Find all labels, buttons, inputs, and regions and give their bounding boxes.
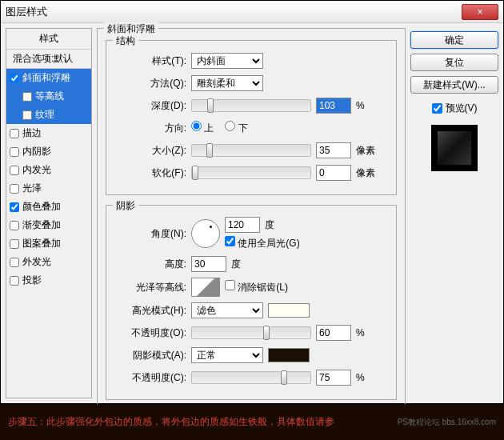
hilite-color-swatch[interactable] (268, 303, 310, 318)
style-item[interactable]: 等高线 (6, 87, 91, 106)
style-item-checkbox[interactable] (22, 110, 32, 120)
style-item-label: 图案叠加 (22, 237, 61, 250)
technique-select[interactable]: 雕刻柔和 (191, 75, 263, 91)
style-item-label: 内发光 (22, 163, 51, 177)
shadow-mode-label: 阴影模式(A): (114, 349, 186, 362)
dir-up-radio[interactable]: 上 (191, 121, 214, 135)
style-label: 样式(T): (114, 54, 186, 68)
style-item-checkbox[interactable] (10, 166, 19, 175)
style-item-label: 颜色叠加 (22, 200, 61, 214)
style-item[interactable]: 颜色叠加 (6, 198, 91, 216)
depth-input[interactable] (316, 98, 351, 114)
style-item-checkbox[interactable] (10, 221, 19, 230)
size-slider[interactable] (191, 144, 311, 157)
shadow-mode-select[interactable]: 正常 (191, 347, 263, 363)
style-item-label: 投影 (22, 274, 42, 287)
style-item-checkbox[interactable] (10, 239, 19, 249)
depth-slider[interactable] (191, 99, 311, 112)
global-light-checkbox[interactable]: 使用全局光(G) (225, 236, 300, 250)
style-item[interactable]: 斜面和浮雕 (6, 69, 91, 87)
style-item-label: 渐变叠加 (22, 218, 61, 232)
gloss-label: 光泽等高线: (114, 281, 186, 294)
style-item[interactable]: 内阴影 (6, 142, 91, 161)
depth-label: 深度(D): (114, 99, 186, 113)
style-item[interactable]: 渐变叠加 (6, 216, 91, 234)
layer-style-dialog: 图层样式 × 样式 混合选项:默认 斜面和浮雕等高线纹理描边内阴影内发光光泽颜色… (0, 0, 504, 404)
titlebar: 图层样式 × (1, 1, 503, 23)
style-item-checkbox[interactable] (10, 147, 19, 157)
style-item-label: 纹理 (35, 108, 54, 122)
shadow-opacity-label: 不透明度(C): (114, 371, 186, 385)
style-item-label: 外发光 (22, 255, 51, 269)
preview-thumbnail (431, 125, 478, 171)
shading-group: 阴影 角度(N): 度 使用全局光(G) 高度: (106, 205, 397, 400)
angle-input[interactable] (225, 217, 260, 233)
dir-down-radio[interactable]: 下 (225, 121, 247, 135)
style-item-checkbox[interactable] (10, 129, 19, 138)
style-item-label: 内阴影 (22, 145, 51, 158)
style-item-checkbox[interactable] (10, 74, 19, 83)
antialias-checkbox[interactable]: 消除锯齿(L) (225, 280, 288, 294)
altitude-label: 高度: (114, 258, 186, 271)
style-item[interactable]: 纹理 (6, 106, 91, 124)
size-input[interactable] (316, 142, 351, 158)
gloss-contour-picker[interactable] (191, 278, 220, 297)
style-item[interactable]: 内发光 (6, 161, 91, 179)
preview-label: 预览(V) (446, 102, 478, 115)
bevel-group: 斜面和浮雕 结构 样式(T): 内斜面 方法(Q): 雕刻柔和 深度(D): (97, 28, 406, 434)
styles-list-panel: 样式 混合选项:默认 斜面和浮雕等高线纹理描边内阴影内发光光泽颜色叠加渐变叠加图… (6, 28, 92, 398)
structure-group: 结构 样式(T): 内斜面 方法(Q): 雕刻柔和 深度(D): % (106, 40, 397, 195)
direction-label: 方向: (114, 122, 186, 135)
close-button[interactable]: × (462, 4, 498, 20)
style-item-checkbox[interactable] (10, 202, 19, 212)
preview-checkbox[interactable] (432, 103, 442, 114)
hilite-mode-select[interactable]: 滤色 (191, 302, 263, 318)
style-item-checkbox[interactable] (22, 92, 32, 102)
soften-slider[interactable] (191, 166, 311, 179)
tutorial-caption: 步骤五：此步骤强化外包边的质感，将外包边的质感如生铁般，具体数值请参 PS教程论… (0, 404, 504, 440)
dialog-title: 图层样式 (6, 5, 462, 19)
style-item-checkbox[interactable] (10, 184, 19, 194)
style-item-label: 光泽 (22, 182, 42, 195)
style-item[interactable]: 投影 (6, 271, 91, 290)
angle-dial[interactable] (191, 219, 220, 248)
soften-label: 软化(F): (114, 166, 186, 180)
new-style-button[interactable]: 新建样式(W)... (410, 76, 498, 94)
size-label: 大小(Z): (114, 144, 186, 158)
style-item[interactable]: 光泽 (6, 179, 91, 198)
action-panel: 确定 复位 新建样式(W)... 预览(V) (410, 28, 498, 398)
style-item-checkbox[interactable] (10, 258, 19, 267)
styles-header: 样式 (6, 29, 91, 50)
angle-label: 角度(N): (114, 227, 186, 241)
hilite-opacity-slider[interactable] (191, 326, 311, 339)
hilite-mode-label: 高光模式(H): (114, 304, 186, 318)
blend-options-row[interactable]: 混合选项:默认 (6, 50, 91, 69)
technique-label: 方法(Q): (114, 77, 186, 90)
style-item[interactable]: 外发光 (6, 253, 91, 271)
style-item-label: 斜面和浮雕 (22, 71, 70, 85)
style-item-checkbox[interactable] (10, 276, 19, 286)
soften-input[interactable] (316, 165, 351, 181)
style-item-label: 描边 (22, 126, 42, 140)
shadow-color-swatch[interactable] (268, 348, 310, 362)
shadow-opacity-slider[interactable] (191, 371, 311, 384)
ok-button[interactable]: 确定 (410, 31, 498, 49)
settings-panel: 斜面和浮雕 结构 样式(T): 内斜面 方法(Q): 雕刻柔和 深度(D): (97, 28, 406, 398)
style-item[interactable]: 描边 (6, 124, 91, 142)
style-item-label: 等高线 (35, 90, 64, 103)
reset-button[interactable]: 复位 (410, 54, 498, 71)
hilite-opacity-input[interactable] (316, 325, 351, 341)
style-select[interactable]: 内斜面 (191, 53, 263, 69)
hilite-opacity-label: 不透明度(O): (114, 326, 186, 340)
altitude-input[interactable] (191, 256, 226, 272)
style-item[interactable]: 图案叠加 (6, 234, 91, 253)
shadow-opacity-input[interactable] (316, 370, 351, 386)
